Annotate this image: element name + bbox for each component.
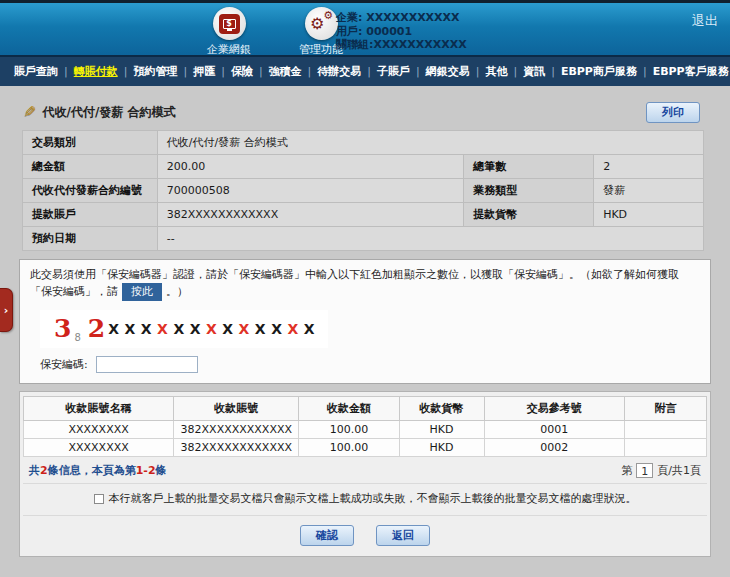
detail-value: 發薪 xyxy=(594,179,704,203)
page-number-box[interactable]: 1 xyxy=(636,463,653,478)
detail-value: HKD xyxy=(594,203,704,227)
user-id-value: 000001 xyxy=(366,25,412,38)
security-instruction: 此交易須使用「保安編碼器」認證，請於「保安編碼器」中輸入以下紅色加粗顯示之數位，… xyxy=(30,267,700,301)
security-code-char: 2 xyxy=(88,316,105,342)
monitor-dollar-icon: $ xyxy=(213,7,246,40)
column-header-currency: 收款貨幣 xyxy=(399,397,484,421)
security-code-char: X xyxy=(239,321,250,337)
disclaimer-text: 本行就客戶上載的批量交易文檔只會顯示文檔上載成功或失敗，不會顯示上載後的批量交易… xyxy=(109,491,637,506)
security-code-char: 8 xyxy=(74,332,80,343)
pencil-icon: ✎ xyxy=(24,103,37,121)
column-header-memo: 附言 xyxy=(624,397,706,421)
detail-label: 業務類型 xyxy=(464,179,594,203)
security-code-char: X xyxy=(173,321,184,337)
nav-item[interactable]: 轉賬付款 xyxy=(68,64,124,79)
record-count-segment: 條信息，本頁為第 xyxy=(48,464,136,477)
cell-amount: 100.00 xyxy=(299,421,399,439)
cell-amount: 100.00 xyxy=(299,439,399,457)
cell-memo xyxy=(624,421,706,439)
cell-payee-account: 382XXXXXXXXXXXX xyxy=(174,439,299,457)
gears-icon: ⚙ ⚙ xyxy=(305,7,338,40)
column-header-amount: 收款金額 xyxy=(299,397,399,421)
nav-item[interactable]: EBPP客戶服務 xyxy=(647,64,730,79)
title-row: ✎ 代收/代付/發薪 合約模式 列印 xyxy=(14,98,716,126)
detail-label: 預約日期 xyxy=(23,227,158,251)
payee-table: 收款賬號名稱 收款賬號 收款金額 收款貨幣 交易參考號 附言 XXXXXXXX … xyxy=(23,396,707,457)
page-content: ✎ 代收/代付/發薪 合約模式 列印 交易類別 代收/代付/發薪 合約模式 總金… xyxy=(0,86,730,557)
record-count-segment: 條 xyxy=(156,464,167,477)
column-header-payee-name: 收款賬號名稱 xyxy=(24,397,174,421)
nav-item[interactable]: 其他 xyxy=(479,64,513,79)
company-line: 企業: XXXXXXXXXXX xyxy=(336,11,467,25)
header-menu-icons: $ 企業網銀 ⚙ ⚙ 管理功能 xyxy=(196,7,354,57)
detail-row: 交易類別 代收/代付/發薪 合約模式 xyxy=(23,131,704,155)
record-count-segment: 共 xyxy=(29,464,40,477)
detail-value: 382XXXXXXXXXXXX xyxy=(157,203,464,227)
security-code-char: X xyxy=(124,321,135,337)
nav-item[interactable]: 強積金 xyxy=(263,64,308,79)
page-title: 代收/代付/發薪 合約模式 xyxy=(43,104,176,121)
detail-label: 代收代付發薪合約編號 xyxy=(23,179,158,203)
payee-list-panel: 收款賬號名稱 收款賬號 收款金額 收款貨幣 交易參考號 附言 XXXXXXXX … xyxy=(19,391,711,557)
group-line: 關聯組:XXXXXXXXXXX xyxy=(336,38,467,52)
disclaimer-checkbox[interactable] xyxy=(94,494,104,504)
security-code-char: X xyxy=(206,321,217,337)
record-count-segment: 1-2 xyxy=(136,464,156,477)
security-code-label: 保安編碼: xyxy=(40,357,88,372)
nav-item[interactable]: 賬戶查詢 xyxy=(8,64,64,79)
column-header-payee-account: 收款賬號 xyxy=(174,397,299,421)
main-navigation: 賬戶查詢 | 轉賬付款 | 預約管理 | 押匯 | 保險 | 強積金 | 待辦交… xyxy=(0,55,730,86)
record-count-segment: 2 xyxy=(40,464,48,477)
company-value: XXXXXXXXXXX xyxy=(366,11,459,24)
corporate-banking-menu[interactable]: $ 企業網銀 xyxy=(196,7,262,57)
detail-row: 預約日期 -- xyxy=(23,227,704,251)
confirm-button[interactable]: 確認 xyxy=(300,525,354,546)
detail-label: 總筆數 xyxy=(464,155,594,179)
detail-label: 交易類別 xyxy=(23,131,158,155)
detail-value: -- xyxy=(157,227,703,251)
cell-payee-name: XXXXXXXX xyxy=(24,439,174,457)
security-code-char: X xyxy=(141,321,152,337)
nav-item[interactable]: 保險 xyxy=(225,64,259,79)
security-code-char: X xyxy=(255,321,266,337)
detail-value: 700000508 xyxy=(157,179,464,203)
disclaimer-row: 本行就客戶上載的批量交易文檔只會顯示文檔上載成功或失敗，不會顯示上載後的批量交易… xyxy=(23,483,707,509)
cell-currency: HKD xyxy=(399,421,484,439)
column-header-reference: 交易參考號 xyxy=(484,397,624,421)
logout-button[interactable]: 退出 xyxy=(692,12,718,30)
security-code-char: 3 xyxy=(54,316,71,342)
security-code-panel: 此交易須使用「保安編碼器」認證，請於「保安編碼器」中輸入以下紅色加粗顯示之數位，… xyxy=(19,259,711,384)
security-code-char: X xyxy=(287,321,298,337)
detail-value: 200.00 xyxy=(157,155,464,179)
security-code-char: X xyxy=(222,321,233,337)
nav-item[interactable]: 押匯 xyxy=(187,64,221,79)
chevron-right-icon: › xyxy=(4,304,9,317)
nav-item[interactable]: 資訊 xyxy=(517,64,551,79)
nav-item[interactable]: EBPP商戶服務 xyxy=(555,64,643,79)
security-code-char: X xyxy=(108,321,119,337)
print-button[interactable]: 列印 xyxy=(646,102,700,123)
header-bar: $ 企業網銀 ⚙ ⚙ 管理功能 企業: XXXXXXXXXXX 用戶: 0000… xyxy=(0,3,730,55)
gear-icon-small: ⚙ xyxy=(323,10,333,21)
form-actions: 確認 返回 xyxy=(23,515,707,548)
group-value: XXXXXXXXXXX xyxy=(373,38,466,51)
dollar-icon: $ xyxy=(223,19,236,29)
nav-item[interactable]: 子賬戶 xyxy=(371,64,416,79)
detail-row: 代收代付發薪合約編號 700000508 業務類型 發薪 xyxy=(23,179,704,203)
user-line: 用戶: 000001 xyxy=(336,25,467,39)
security-code-input[interactable] xyxy=(96,356,198,373)
detail-label: 總金額 xyxy=(23,155,158,179)
cell-payee-name: XXXXXXXX xyxy=(24,421,174,439)
cell-currency: HKD xyxy=(399,439,484,457)
page-indicator: 第 1 頁/共1頁 xyxy=(621,463,701,478)
side-panel-toggle[interactable]: › xyxy=(0,288,13,332)
detail-value: 代收/代付/發薪 合約模式 xyxy=(157,131,703,155)
detail-row: 總金額 200.00 總筆數 2 xyxy=(23,155,704,179)
nav-item[interactable]: 待辦交易 xyxy=(311,64,367,79)
press-here-button[interactable]: 按此 xyxy=(122,283,162,301)
back-button[interactable]: 返回 xyxy=(376,525,430,546)
detail-label: 提款賬戶 xyxy=(23,203,158,227)
nav-item[interactable]: 預約管理 xyxy=(127,64,183,79)
nav-item[interactable]: 網銀交易 xyxy=(420,64,476,79)
security-code-char: X xyxy=(304,321,315,337)
